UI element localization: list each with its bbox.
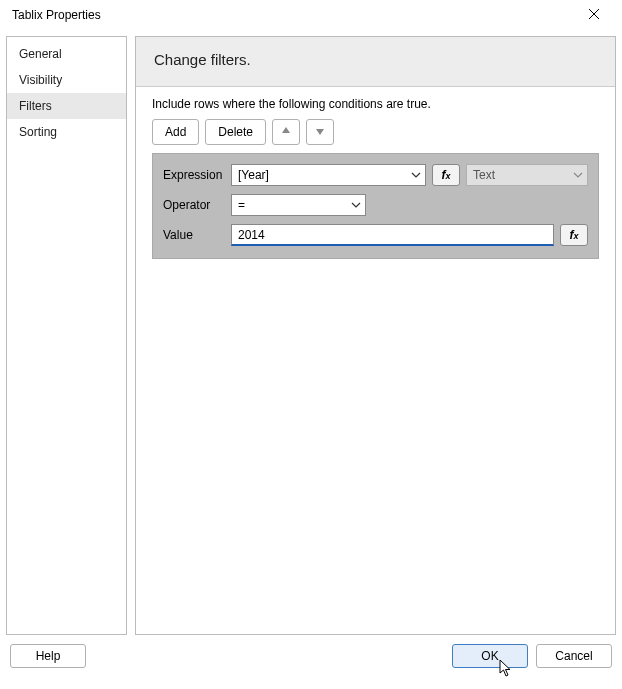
move-up-button[interactable] — [272, 119, 300, 145]
delete-button-label: Delete — [218, 125, 253, 139]
sidebar-item-sorting[interactable]: Sorting — [7, 119, 126, 145]
sidebar: General Visibility Filters Sorting — [6, 36, 127, 635]
value-label: Value — [163, 228, 225, 242]
help-button[interactable]: Help — [10, 644, 86, 668]
chevron-down-icon — [411, 172, 421, 178]
ok-button-label: OK — [481, 649, 498, 663]
type-value: Text — [473, 168, 495, 182]
add-button[interactable]: Add — [152, 119, 199, 145]
operator-value: = — [238, 198, 245, 212]
content-body: Include rows where the following conditi… — [136, 87, 615, 269]
sidebar-item-general[interactable]: General — [7, 41, 126, 67]
move-down-button[interactable] — [306, 119, 334, 145]
chevron-down-icon — [573, 172, 583, 178]
svg-marker-3 — [316, 129, 324, 135]
value-input[interactable] — [231, 224, 554, 246]
sidebar-item-visibility[interactable]: Visibility — [7, 67, 126, 93]
main-area: General Visibility Filters Sorting Chang… — [0, 30, 622, 635]
sidebar-item-label: Visibility — [19, 73, 62, 87]
sidebar-item-label: Filters — [19, 99, 52, 113]
ok-button[interactable]: OK — [452, 644, 528, 668]
fx-icon: fx — [569, 228, 578, 242]
expression-dropdown[interactable]: [Year] — [231, 164, 426, 186]
add-button-label: Add — [165, 125, 186, 139]
content-header: Change filters. — [136, 37, 615, 87]
expression-value: [Year] — [238, 168, 269, 182]
value-row: Value fx — [163, 224, 588, 246]
cancel-button[interactable]: Cancel — [536, 644, 612, 668]
svg-marker-2 — [282, 127, 290, 133]
arrow-up-icon — [281, 125, 291, 139]
window-title: Tablix Properties — [12, 8, 101, 22]
value-fx-button[interactable]: fx — [560, 224, 588, 246]
sidebar-item-label: General — [19, 47, 62, 61]
expression-label: Expression — [163, 168, 225, 182]
operator-dropdown[interactable]: = — [231, 194, 366, 216]
type-dropdown: Text — [466, 164, 588, 186]
operator-label: Operator — [163, 198, 225, 212]
help-button-label: Help — [36, 649, 61, 663]
svg-marker-4 — [500, 660, 510, 676]
cancel-button-label: Cancel — [555, 649, 592, 663]
sidebar-item-label: Sorting — [19, 125, 57, 139]
delete-button[interactable]: Delete — [205, 119, 266, 145]
chevron-down-icon — [351, 202, 361, 208]
dialog-footer: Help OK Cancel — [0, 635, 622, 677]
filter-toolbar: Add Delete — [152, 119, 599, 145]
pane-title: Change filters. — [154, 51, 597, 68]
instruction-text: Include rows where the following conditi… — [152, 97, 599, 111]
footer-right: OK Cancel — [452, 644, 612, 668]
close-button[interactable] — [574, 1, 614, 29]
sidebar-item-filters[interactable]: Filters — [7, 93, 126, 119]
titlebar: Tablix Properties — [0, 0, 622, 30]
expression-fx-button[interactable]: fx — [432, 164, 460, 186]
filter-panel: Expression [Year] fx Text Operator = — [152, 153, 599, 259]
close-icon — [589, 8, 599, 22]
fx-icon: fx — [441, 168, 450, 182]
arrow-down-icon — [315, 125, 325, 139]
cursor-icon — [499, 659, 513, 680]
content-pane: Change filters. Include rows where the f… — [135, 36, 616, 635]
expression-row: Expression [Year] fx Text — [163, 164, 588, 186]
operator-row: Operator = — [163, 194, 588, 216]
